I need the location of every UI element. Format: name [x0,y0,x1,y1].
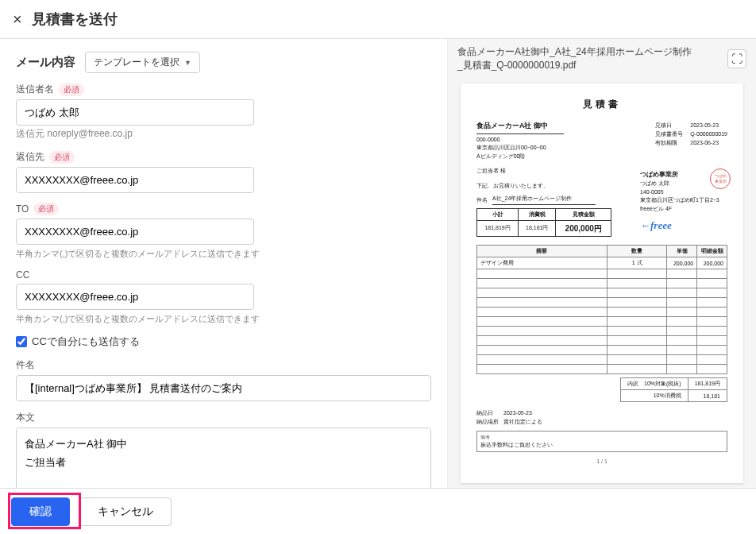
pdf-summary-table: 内訳 10%対象(税抜)181,819円 10%消費税18,181 [620,377,727,402]
caret-down-icon: ▼ [184,59,191,67]
modal-header: × 見積書を送付 [0,0,756,39]
mail-form-panel: メール内容 テンプレートを選択 ▼ 送信者名 必須 送信元 noreply@fr… [0,39,448,495]
subject-label: 件名 [16,358,35,372]
stamp-icon: つばめ事業所 [710,168,731,189]
subject-input[interactable] [16,375,431,401]
sender-label: 送信者名 [16,83,54,96]
to-input[interactable] [16,219,254,245]
pdf-notes: 納品日2023-05-23 納品場所貴社指定による [476,408,727,426]
required-badge: 必須 [33,203,59,215]
preview-filename: 食品メーカーA社御中_A社_24年採用ホームページ制作_見積書_Q-000000… [457,45,696,72]
to-help: 半角カンマ(,)で区切ると複数のメールアドレスに送信できます [16,248,431,260]
pdf-subject-label: 件名 [476,196,488,205]
pdf-doc-title: 見積書 [476,98,727,111]
cc-input[interactable] [16,284,254,310]
confirm-button[interactable]: 確認 [11,497,70,526]
freee-logo: ←freee [640,218,727,234]
pdf-page: 見積書 食品メーカーA社 御中 000-0000 東京都品川区品川00−00−0… [461,83,743,483]
template-select[interactable]: テンプレートを選択 ▼ [85,52,200,73]
pdf-subject: A社_24年採用ホームページ制作 [492,195,596,205]
cc-help: 半角カンマ(,)で区切ると複数のメールアドレスに送信できます [16,313,431,325]
section-title: メール内容 [16,55,75,70]
reply-input[interactable] [16,167,254,193]
pdf-items-table: 摘要 数量 単価 明細金額 デザイン費用 1 式 200,000 200,000 [476,245,727,374]
body-label: 本文 [16,411,35,424]
cc-label: CC [16,269,29,281]
body-textarea[interactable] [16,428,431,495]
preview-panel: 食品メーカーA社御中_A社_24年採用ホームページ制作_見積書_Q-000000… [448,39,756,495]
pdf-amount-table: 小計 消費税 見積金額 181,819円 18,181円 200,000円 [476,208,611,238]
footer: 確認 キャンセル [0,488,756,534]
reply-label: 返信先 [16,150,44,164]
expand-icon[interactable]: ⛶ [727,49,746,68]
sender-input[interactable] [16,99,254,126]
required-badge: 必須 [49,151,75,164]
cc-self-checkbox[interactable] [16,336,27,347]
pdf-remark: 備考 振込手数料はご負担ください [476,431,727,452]
cancel-button[interactable]: キャンセル [79,497,172,526]
close-icon[interactable]: × [13,11,22,27]
required-badge: 必須 [59,83,84,96]
to-label: TO [16,203,29,215]
pdf-client: 食品メーカーA社 御中 [476,121,564,134]
template-select-label: テンプレートを選択 [94,56,179,69]
cc-self-label: CCで自分にも送信する [32,335,140,349]
from-text: 送信元 noreply@freee.co.jp [16,127,431,141]
pdf-page-number: 1 / 1 [476,459,727,464]
modal-title: 見積書を送付 [32,10,118,29]
